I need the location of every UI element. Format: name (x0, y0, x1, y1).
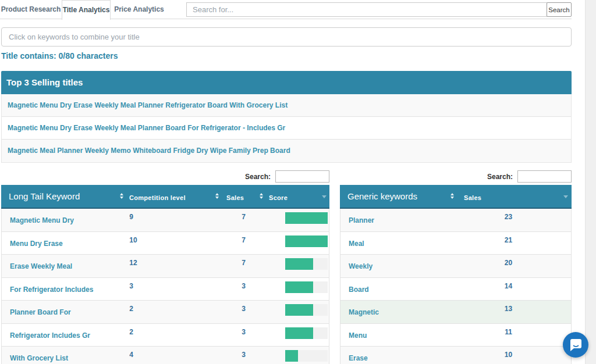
score-cell (264, 232, 329, 255)
chat-bubble-icon (563, 332, 588, 358)
keyword-cell[interactable]: For Refrigerator Includes (2, 278, 128, 301)
page-gutter (585, 0, 596, 364)
table-row: Board 14 (340, 278, 571, 301)
top-selling-titles-header: Top 3 Selling titles (1, 71, 572, 94)
column-label: Sales (226, 194, 244, 201)
sales-cell: 7 (224, 209, 264, 231)
score-bar (285, 304, 313, 316)
table-row: Meal 21 (340, 232, 571, 255)
long-tail-table-body: Magnetic Menu Dry 9 7 Menu Dry Erase 10 … (1, 209, 329, 364)
keyword-cell[interactable]: Refrigerator Includes Gr (2, 324, 128, 347)
long-tail-search-label: Search: (245, 173, 271, 181)
column-header-competition-level[interactable]: Competition level (128, 185, 224, 208)
generic-search-label: Search: (487, 173, 513, 181)
top-search-input[interactable] (186, 2, 547, 17)
chat-launcher-button[interactable] (563, 332, 588, 358)
table-row: Menu 11 (340, 324, 571, 347)
keyword-cell[interactable]: Weekly (340, 255, 460, 277)
competition-cell: 2 (128, 324, 223, 347)
score-bar-track (285, 212, 328, 224)
sales-cell: 7 (224, 232, 264, 255)
sales-cell: 14 (460, 278, 571, 301)
score-bar-track (285, 350, 328, 362)
sales-cell: 10 (460, 347, 571, 364)
top-selling-titles-list: Magnetic Menu Dry Erase Weekly Meal Plan… (1, 94, 572, 163)
sales-cell: 20 (460, 255, 571, 277)
score-bar-track (285, 258, 328, 270)
tab-price-analytics[interactable]: Price Analytics (111, 0, 168, 19)
sales-cell: 3 (224, 301, 264, 323)
score-bar (285, 212, 328, 224)
score-bar (285, 281, 313, 293)
table-row: For Refrigerator Includes 3 3 (2, 278, 329, 301)
competition-cell: 12 (128, 255, 223, 277)
column-header-long-tail-keyword[interactable]: Long Tail Keyword (1, 185, 128, 208)
generic-keywords-table: Generic keywords Sales Planner 23 Meal 2… (340, 185, 572, 364)
competition-cell: 9 (128, 209, 223, 231)
table-row: Refrigerator Includes Gr 2 3 (2, 324, 329, 347)
sort-desc-icon (322, 195, 327, 198)
competition-cell: 4 (128, 347, 223, 364)
score-bar (285, 235, 328, 247)
selling-title-row[interactable]: Magnetic Menu Dry Erase Weekly Meal Plan… (2, 117, 571, 140)
table-row: Planner 23 (340, 209, 571, 232)
long-tail-keyword-table: Long Tail Keyword Competition level Sale… (1, 185, 329, 364)
table-row: Menu Dry Erase 10 7 (2, 232, 329, 255)
competition-cell: 2 (128, 301, 223, 323)
keyword-cell[interactable]: Planner Board For (2, 301, 128, 323)
tab-product-research[interactable]: Product Research (0, 0, 62, 19)
score-bar-track (285, 327, 328, 339)
column-header-sales[interactable]: Sales (224, 185, 264, 208)
column-header-score[interactable]: Score (264, 185, 329, 208)
table-row: Planner Board For 2 3 (2, 301, 329, 324)
sort-desc-icon (563, 195, 568, 198)
sales-cell: 21 (460, 232, 571, 255)
top-search-button[interactable]: Search (547, 2, 572, 17)
score-bar (285, 350, 298, 362)
column-header-generic-keywords[interactable]: Generic keywords (340, 185, 460, 208)
keyword-cell[interactable]: Magnetic Menu Dry (2, 209, 128, 231)
score-bar-track (285, 281, 328, 293)
keyword-cell[interactable]: Planner (340, 209, 460, 231)
score-cell (264, 301, 329, 323)
score-bar (285, 258, 313, 270)
top-selling-titles-panel: Top 3 Selling titles Magnetic Menu Dry E… (1, 71, 572, 163)
sort-icon (260, 193, 263, 199)
tab-title-analytics[interactable]: Title Analytics (62, 0, 111, 20)
selling-title-row[interactable]: Magnetic Meal Planner Weekly Memo Whiteb… (2, 140, 571, 162)
column-label: Score (269, 194, 288, 201)
sort-icon (450, 193, 454, 199)
score-bar (285, 327, 313, 339)
sort-icon (215, 193, 219, 199)
keyword-cell[interactable]: Board (340, 278, 460, 301)
keyword-cell[interactable]: Magnetic (340, 301, 460, 323)
column-label: Long Tail Keyword (9, 191, 80, 201)
table-row: Erase 10 (340, 347, 571, 364)
score-cell (264, 347, 329, 364)
keyword-cell[interactable]: With Grocery List (2, 347, 128, 364)
selling-title-row[interactable]: Magnetic Menu Dry Erase Weekly Meal Plan… (2, 94, 571, 117)
sales-cell: 7 (224, 255, 264, 277)
long-tail-table-header: Long Tail Keyword Competition level Sale… (1, 185, 329, 209)
keyword-cell[interactable]: Erase (340, 347, 460, 364)
combine-keywords-input[interactable] (1, 27, 572, 47)
column-header-generic-sales[interactable]: Sales (460, 185, 572, 208)
keyword-cell[interactable]: Erase Weekly Meal (2, 255, 128, 277)
table-row: With Grocery List 4 3 (2, 347, 329, 364)
competition-cell: 3 (128, 278, 223, 301)
keyword-cell[interactable]: Menu (340, 324, 460, 347)
column-label: Competition level (129, 194, 186, 201)
keyword-cell[interactable]: Menu Dry Erase (2, 232, 128, 255)
score-bar-track (285, 235, 328, 247)
sales-cell: 3 (224, 278, 264, 301)
generic-table-body: Planner 23 Meal 21 Weekly 20 Board 14 Ma… (340, 209, 572, 364)
table-row: Magnetic 13 (340, 301, 571, 324)
score-cell (264, 278, 329, 301)
generic-table-header: Generic keywords Sales (340, 185, 572, 209)
title-contains-label: Title contains: 0/80 characters (1, 51, 118, 60)
generic-search-input[interactable] (517, 170, 572, 183)
keyword-cell[interactable]: Meal (340, 232, 460, 255)
sort-icon (120, 193, 123, 199)
score-bar-track (285, 304, 328, 316)
long-tail-search-input[interactable] (275, 170, 329, 183)
